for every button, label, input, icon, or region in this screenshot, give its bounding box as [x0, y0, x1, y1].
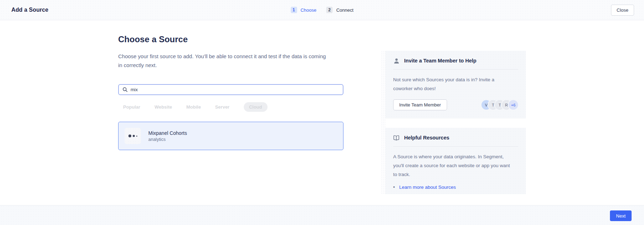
result-subtitle: analytics [148, 137, 187, 142]
tab-website[interactable]: Website [154, 104, 172, 110]
helpful-resources-card: Helpful Resources A Source is where your… [385, 128, 526, 194]
invite-card-body: Not sure which Sources your data is in? … [393, 75, 514, 93]
step-connect-number: 2 [326, 7, 333, 13]
divider [393, 146, 518, 147]
source-search[interactable] [118, 84, 343, 95]
invite-card-header: Invite a Team Member to Help [393, 57, 518, 64]
tab-server[interactable]: Server [215, 104, 229, 110]
resources-card-header: Helpful Resources [393, 135, 518, 141]
resources-card-body: A Source is where your data originates. … [393, 152, 514, 179]
wizard-stepper: 1 Choose 2 Connect [291, 7, 353, 13]
step-choose-number: 1 [291, 7, 297, 13]
divider [393, 69, 518, 70]
step-connect[interactable]: 2 Connect [326, 7, 353, 13]
search-icon [122, 87, 128, 92]
result-text: Mixpanel Cohorts analytics [148, 130, 187, 142]
invite-team-card: Invite a Team Member to Help Not sure wh… [385, 51, 526, 119]
person-icon [393, 57, 400, 64]
category-tabs: Popular Website Mobile Server Cloud [123, 102, 268, 112]
list-item: Learn more about Sources [393, 184, 518, 190]
invite-card-title: Invite a Team Member to Help [404, 58, 477, 64]
resources-card-title: Helpful Resources [404, 135, 449, 141]
add-source-modal: Add a Source 1 Choose 2 Connect Close Ch… [0, 0, 644, 225]
page-description: Choose your first source to add. You’ll … [118, 52, 331, 70]
page-title: Choose a Source [118, 34, 188, 44]
team-avatars: V T T R +6 [481, 100, 518, 110]
close-button[interactable]: Close [611, 5, 634, 16]
mixpanel-logo-icon [125, 128, 141, 144]
invite-team-member-button[interactable]: Invite Team Member [393, 99, 447, 110]
tab-mobile[interactable]: Mobile [186, 104, 201, 110]
result-title: Mixpanel Cohorts [148, 130, 187, 136]
learn-more-sources-link[interactable]: Learn more about Sources [399, 185, 456, 190]
tab-cloud[interactable]: Cloud [244, 102, 268, 112]
window-title: Add a Source [11, 7, 48, 13]
sidebar-divider [381, 51, 385, 194]
top-bar: Add a Source 1 Choose 2 Connect Close [0, 0, 644, 20]
search-input[interactable] [131, 87, 339, 92]
step-connect-label: Connect [336, 7, 353, 13]
source-result-mixpanel-cohorts[interactable]: Mixpanel Cohorts analytics [118, 122, 343, 150]
next-button[interactable]: Next [610, 210, 632, 221]
tab-popular[interactable]: Popular [123, 104, 140, 110]
step-choose[interactable]: 1 Choose [291, 7, 317, 13]
step-choose-label: Choose [301, 7, 317, 13]
open-book-icon [393, 135, 400, 141]
invite-row: Invite Team Member V T T R +6 [393, 99, 518, 110]
resources-link-list: Learn more about Sources [393, 184, 518, 190]
footer-bar: Next [0, 205, 644, 225]
avatar-overflow-count: +6 [508, 100, 518, 110]
